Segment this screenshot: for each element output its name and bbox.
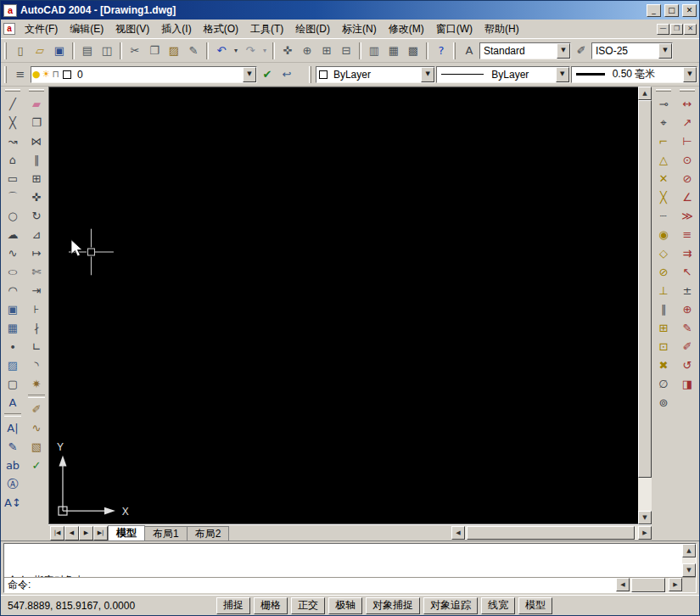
scroll-down-button[interactable]: ▼ [638,511,652,524]
spell-check-button[interactable]: ✓ [27,456,46,474]
undo-dropdown-button[interactable]: ▾ [232,42,240,60]
dropdown-button[interactable]: ▼ [421,67,434,82]
quick-dimension-button[interactable]: ≫ [678,206,697,225]
menu-view[interactable]: 视图(V) [109,20,155,39]
make-block-button[interactable]: ▦ [3,318,22,337]
canvas-horizontal-scrollbar[interactable]: ◀ ▶ [451,526,652,540]
cut-button[interactable]: ✂ [126,42,144,60]
menu-format[interactable]: 格式(O) [198,20,244,39]
first-tab-button[interactable]: |◀ [50,526,64,540]
zoom-window-button[interactable]: ⊞ [317,42,336,60]
last-tab-button[interactable]: ▶| [93,526,108,540]
linetype-select[interactable]: ByLayer ▼ [436,66,569,83]
snap-toggle[interactable]: 捕捉 [216,597,250,614]
chamfer-button[interactable]: ∟ [27,337,46,356]
spline-button[interactable]: ∿ [3,244,22,262]
polar-toggle[interactable]: 极轴 [328,597,362,614]
snap-from-button[interactable]: ⌖ [654,113,673,132]
erase-button[interactable]: ▰ [27,94,46,113]
break-button[interactable]: ∤ [27,318,46,337]
snap-parallel-button[interactable]: ∥ [654,300,673,318]
menu-help[interactable]: 帮助(H) [479,20,525,39]
dropdown-button[interactable]: ▼ [243,67,256,82]
osnap-settings-button[interactable]: ⊚ [654,393,673,412]
maximize-button[interactable]: □ [664,4,679,17]
next-tab-button[interactable]: ▶ [79,526,93,540]
command-history[interactable]: 命令: 指定对角点: 命令: _.erase 找到 1 个 [4,544,682,577]
tolerance-button[interactable]: ± [678,281,697,300]
snap-intersection-button[interactable]: ✕ [654,169,673,188]
polygon-button[interactable]: ⌂ [3,150,22,169]
snap-extension-button[interactable]: ┈ [654,206,673,225]
edit-hatch-button[interactable]: ▧ [27,437,46,456]
continue-dimension-button[interactable]: ⇉ [678,244,697,262]
scrollbar-track[interactable] [630,578,669,592]
minimize-button[interactable]: _ [647,4,661,17]
match-properties-button[interactable]: ✎ [184,42,203,60]
designcenter-button[interactable]: ▦ [384,42,403,60]
model-toggle[interactable]: 模型 [518,597,552,614]
menu-tools[interactable]: 工具(T) [244,20,289,39]
rotate-button[interactable]: ↻ [27,206,46,225]
command-vertical-scrollbar[interactable]: ▲ ▼ [682,544,696,577]
construction-line-button[interactable]: ╳ [3,113,22,132]
undo-button[interactable]: ↶ [212,42,231,60]
tab-layout1[interactable]: 布局1 [144,526,188,540]
text-style-select[interactable]: Standard ▼ [479,42,571,59]
menu-file[interactable]: 文件(F) [19,20,64,39]
dimension-text-edit-button[interactable]: ✐ [678,337,697,356]
radius-dimension-button[interactable]: ⊙ [678,150,697,169]
make-object-layer-current-button[interactable]: ✔ [258,65,277,84]
properties-button[interactable]: ▥ [365,42,384,60]
find-replace-button[interactable]: ab [3,456,22,474]
toolbar-move-handle[interactable] [5,89,20,92]
scroll-right-button[interactable]: ▶ [669,578,682,591]
scroll-up-button[interactable]: ▲ [638,87,652,100]
scroll-down-button[interactable]: ▼ [682,563,696,577]
text-style-tool-button[interactable]: Ⓐ [3,474,22,493]
dimension-style-button[interactable]: ◨ [678,374,697,393]
linear-dimension-button[interactable]: ↔ [678,94,697,113]
dim-style-manager-button[interactable]: ✐ [572,42,591,60]
plot-button[interactable]: ▤ [78,42,97,60]
menu-modify[interactable]: 修改(M) [383,20,430,39]
ortho-toggle[interactable]: 正交 [291,597,325,614]
help-button[interactable]: ? [432,42,451,60]
canvas-vertical-scrollbar[interactable]: ▲ ▼ [638,87,652,524]
text-style-manager-button[interactable]: A [460,42,479,60]
snap-apparent-intersection-button[interactable]: ╳ [654,188,673,206]
hatch-button[interactable]: ▨ [3,356,22,374]
insert-block-button[interactable]: ▣ [3,300,22,318]
copy-button[interactable]: ❐ [145,42,164,60]
snap-perpendicular-button[interactable]: ⊥ [654,281,673,300]
lineweight-select[interactable]: 0.50 毫米 ▼ [571,66,697,83]
break-at-point-button[interactable]: ⊦ [27,300,46,318]
dropdown-button[interactable]: ▼ [556,67,569,82]
ellipse-arc-button[interactable]: ◠ [3,281,22,300]
snap-center-button[interactable]: ◉ [654,225,673,244]
menu-window[interactable]: 窗口(W) [430,20,479,39]
dropdown-button[interactable]: ▼ [683,67,697,82]
snap-nearest-button[interactable]: ✖ [654,356,673,374]
aligned-dimension-button[interactable]: ↗ [678,113,697,132]
scale-button[interactable]: ⊿ [27,225,46,244]
point-button[interactable]: ∙ [3,337,22,356]
color-select[interactable]: ByLayer ▼ [316,66,435,83]
otrack-toggle[interactable]: 对象追踪 [423,597,478,614]
scroll-left-button[interactable]: ◀ [616,578,630,591]
snap-quadrant-button[interactable]: ◇ [654,244,673,262]
open-file-button[interactable]: ▱ [31,42,49,60]
dropdown-button[interactable]: ▼ [557,43,570,59]
snap-none-button[interactable]: ∅ [654,374,673,393]
lineweight-toggle[interactable]: 线宽 [481,597,515,614]
scrollbar-track[interactable] [638,100,652,511]
rectangle-button[interactable]: ▭ [3,169,22,188]
quick-leader-button[interactable]: ↖ [678,262,697,281]
redo-button[interactable]: ↷ [241,42,260,60]
toolbar-move-handle[interactable] [453,42,456,59]
move-button[interactable]: ✜ [27,188,46,206]
tool-palettes-button[interactable]: ▩ [404,42,423,60]
scroll-up-button[interactable]: ▲ [682,544,696,557]
zoom-previous-button[interactable]: ⊟ [337,42,356,60]
menu-edit[interactable]: 编辑(E) [64,20,109,39]
